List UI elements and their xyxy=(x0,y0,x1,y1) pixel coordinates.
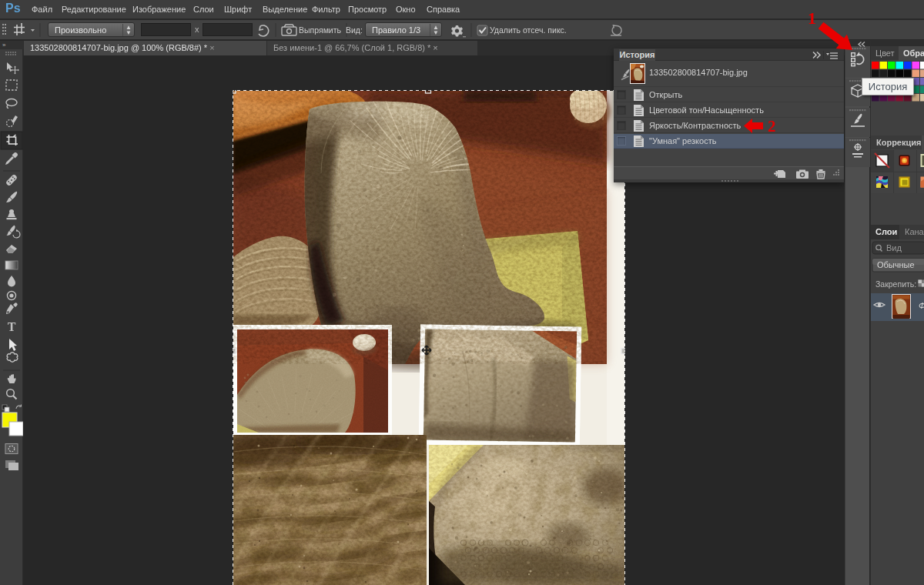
svg-text:1: 1 xyxy=(808,8,816,28)
svg-text:2: 2 xyxy=(768,117,776,135)
